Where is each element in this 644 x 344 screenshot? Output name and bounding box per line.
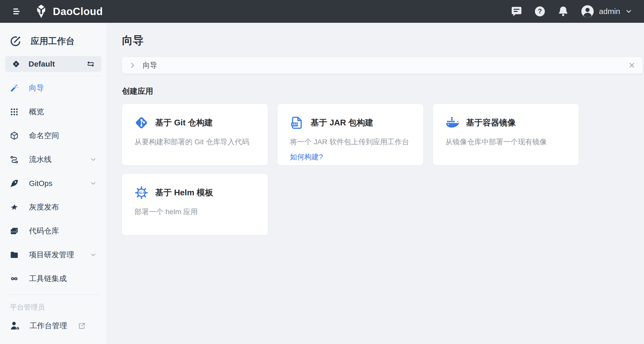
card-helm-template[interactable]: HELM 基于 Helm 模板 部署一个 helm 应用 [122, 174, 268, 235]
rocket-icon [10, 179, 19, 188]
bell-icon[interactable] [557, 6, 569, 17]
sidebar-item-label: 代码仓库 [29, 226, 59, 236]
card-description: 将一个 JAR 软件包上传到应用工作台 [290, 137, 411, 147]
sidebar-item-label: 命名空间 [29, 131, 59, 141]
section-title: 创建应用 [122, 86, 642, 97]
wand-icon [10, 84, 19, 92]
pipeline-icon [10, 155, 19, 164]
daocloud-logo-icon [34, 4, 49, 19]
avatar [581, 5, 594, 18]
chevron-down-icon[interactable] [90, 156, 97, 163]
sidebar-item-label: 概览 [29, 107, 44, 117]
menu-icon[interactable] [11, 5, 23, 17]
main-content: 向导 向导 创建应用 [107, 23, 644, 344]
external-link-icon [78, 322, 86, 330]
workspace-selector[interactable]: Default [5, 56, 102, 72]
sidebar-item-code-repo[interactable]: </> 代码仓库 [5, 219, 102, 243]
sidebar-item-canary-release[interactable]: 灰度发布 [5, 195, 102, 219]
message-icon[interactable] [511, 6, 522, 17]
sidebar-item-overview[interactable]: 概览 [5, 100, 102, 124]
swap-icon[interactable] [87, 60, 95, 68]
cube-icon [10, 131, 19, 140]
topbar: DaoCloud ? a [0, 0, 644, 23]
docker-whale-icon [445, 116, 459, 130]
bird-icon [10, 203, 19, 212]
grid-icon [10, 108, 19, 116]
card-grid: 基于 Git 仓构建 从要构建和部署的 Git 仓库导入代码 JAR 基于 JA… [122, 104, 588, 235]
user-cube-icon [10, 321, 20, 331]
card-jar-build[interactable]: JAR 基于 JAR 包构建 将一个 JAR 软件包上传到应用工作台 如何构建? [277, 104, 423, 165]
workbench-icon [10, 35, 21, 47]
sidebar-item-label: 工具链集成 [29, 274, 67, 284]
sidebar-item-label: GitOps [29, 179, 52, 188]
sidebar-item-label: 灰度发布 [29, 202, 59, 212]
sidebar-item-project-management[interactable]: 项目研发管理 [5, 243, 102, 267]
close-icon[interactable] [628, 61, 636, 69]
svg-text:?: ? [538, 8, 542, 15]
brand[interactable]: DaoCloud [34, 4, 103, 19]
chevron-down-icon [625, 8, 633, 15]
username: admin [599, 7, 620, 16]
card-description: 部署一个 helm 应用 [134, 207, 255, 217]
sidebar-item-label: 向导 [29, 83, 44, 93]
sidebar-nav: 向导 概览 命名空间 [5, 76, 102, 291]
jar-file-icon: JAR [290, 116, 304, 130]
sidebar-item-namespace[interactable]: 命名空间 [5, 124, 102, 148]
workspace-name: Default [28, 60, 55, 68]
svg-text:HELM: HELM [138, 191, 145, 194]
sidebar-section-label: 平台管理员 [5, 295, 102, 314]
sidebar-item-pipeline[interactable]: 流水线 [5, 148, 102, 171]
breadcrumb: 向导 [122, 57, 642, 74]
help-icon[interactable]: ? [534, 6, 546, 17]
card-title: 基于 JAR 包构建 [311, 117, 373, 128]
folder-icon [10, 250, 19, 259]
sidebar-item-toolchain[interactable]: 工具链集成 [5, 267, 102, 291]
card-description: 从要构建和部署的 Git 仓库导入代码 [134, 137, 255, 147]
infinity-icon [10, 274, 19, 283]
sidebar: 应用工作台 Default [0, 23, 107, 344]
git-icon [134, 116, 148, 130]
chevron-down-icon[interactable] [90, 251, 97, 259]
chevron-down-icon[interactable] [90, 180, 97, 187]
sidebar-item-label: 项目研发管理 [29, 250, 74, 260]
card-title: 基于 Helm 模板 [155, 187, 213, 198]
svg-text:</>: </> [11, 231, 16, 233]
sidebar-item-gitops[interactable]: GitOps [5, 171, 102, 195]
sidebar-header-label: 应用工作台 [31, 35, 75, 47]
page-title: 向导 [122, 33, 642, 48]
helm-wheel-icon: HELM [134, 186, 148, 200]
card-title: 基于容器镜像 [466, 117, 516, 128]
card-description: 从镜像仓库中部署一个现有镜像 [445, 137, 566, 147]
user-menu[interactable]: admin [581, 5, 633, 18]
sidebar-item-wizard[interactable]: 向导 [5, 76, 102, 100]
brand-name: DaoCloud [53, 6, 103, 17]
breadcrumb-label: 向导 [143, 60, 157, 70]
code-repo-icon: </> [10, 227, 19, 235]
card-git-build[interactable]: 基于 Git 仓构建 从要构建和部署的 Git 仓库导入代码 [122, 104, 268, 165]
how-to-build-link[interactable]: 如何构建? [290, 152, 323, 162]
sidebar-item-label: 工作台管理 [30, 321, 67, 331]
card-container-image[interactable]: 基于容器镜像 从镜像仓库中部署一个现有镜像 [433, 104, 579, 165]
chevron-right-icon[interactable] [129, 62, 136, 69]
sidebar-item-label: 流水线 [29, 154, 52, 165]
sidebar-item-workbench-management[interactable]: 工作台管理 [5, 314, 102, 338]
svg-text:JAR: JAR [292, 123, 298, 126]
workspace-diamond-icon [12, 60, 20, 68]
card-title: 基于 Git 仓构建 [155, 117, 213, 128]
sidebar-header: 应用工作台 [5, 23, 102, 56]
